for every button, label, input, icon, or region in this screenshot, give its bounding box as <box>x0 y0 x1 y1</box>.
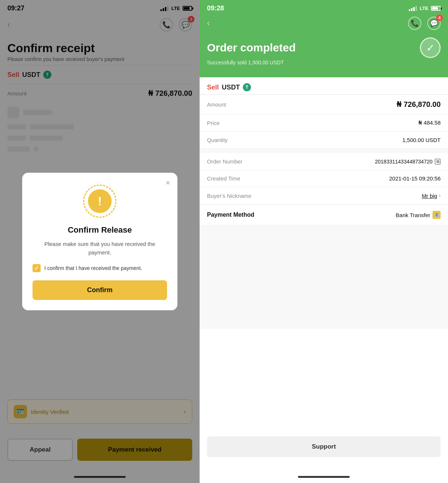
right-order-number-value: 20183311433448734720 <box>375 159 432 165</box>
right-amount-label: Amount <box>207 101 226 108</box>
right-chat-badge: 4 <box>436 14 443 21</box>
right-phone-icon-wrap[interactable]: 📞 <box>408 17 421 30</box>
left-screen: 09:27 LTE ‹ 📞 <box>0 0 200 483</box>
right-signal-bars-icon <box>409 6 417 11</box>
right-panel: 09:28 LTE ‹ 📞 <box>200 0 448 483</box>
right-order-number-label: Order Number <box>207 158 242 165</box>
modal-icon-outer: ! <box>83 185 116 218</box>
modal-description: Please make sure that you have received … <box>33 240 167 257</box>
confirm-release-modal: × ! Confirm Release Please make sure tha… <box>22 173 177 310</box>
right-quantity-value: 1,500.00 USDT <box>403 137 441 143</box>
modal-checkbox-row: ✓ I confirm that I have received the pay… <box>33 264 167 272</box>
copy-icon[interactable]: ⧉ <box>435 159 441 165</box>
order-completed-text: Order completed <box>207 41 296 54</box>
right-header: 09:28 LTE ‹ 📞 <box>200 0 448 77</box>
modal-overlay: × ! Confirm Release Please make sure tha… <box>0 0 200 483</box>
right-sell-label: Sell <box>207 84 219 91</box>
right-price-label: Price <box>207 120 220 126</box>
payment-method-label: Payment Method <box>207 212 254 218</box>
right-amount-value: ₦ 726,870.00 <box>397 100 441 109</box>
right-phone-icon: 📞 <box>408 17 421 30</box>
right-buyer-value[interactable]: Mr big <box>422 193 437 199</box>
right-back-icon[interactable]: ‹ <box>207 18 210 28</box>
bank-transfer-icon: 🏦 <box>432 211 441 219</box>
order-completed-title: Order completed <box>207 41 296 54</box>
right-nav-icons: 📞 💬 4 <box>408 17 441 30</box>
right-time: 09:28 <box>207 4 224 12</box>
order-completed-row: Order completed ✓ <box>200 33 448 60</box>
right-created-time-row: Created Time 2021-01-15 09:20:56 <box>200 170 448 187</box>
checkbox-label: I confirm that I have received the payme… <box>44 265 142 271</box>
payment-method-row: Payment Method Bank Transfer 🏦 <box>200 205 448 225</box>
right-order-number-row: Order Number 20183311433448734720 ⧉ <box>200 153 448 170</box>
right-battery-icon <box>431 6 441 11</box>
right-quantity-row: Quantity 1,500.00 USDT <box>200 132 448 149</box>
checkmark-icon: ✓ <box>426 42 435 54</box>
modal-close-button[interactable]: × <box>166 179 170 187</box>
right-tether-icon: T <box>243 83 251 91</box>
modal-icon-wrap: ! <box>83 185 116 218</box>
checkmark-icon: ✓ <box>34 265 39 271</box>
right-buyer-row: Buyer's Nickname Mr big › <box>200 187 448 205</box>
order-completed-sub: Successfully sold 1,500.00 USDT <box>200 60 448 67</box>
confirm-button[interactable]: Confirm <box>33 280 167 300</box>
right-chat-icon-wrap[interactable]: 💬 4 <box>427 17 441 30</box>
payment-method-value-wrap: Bank Transfer 🏦 <box>396 211 441 219</box>
right-status-icons: LTE <box>409 6 441 11</box>
right-price-row: Price ₦ 484.58 <box>200 114 448 132</box>
right-lte-label: LTE <box>420 6 428 11</box>
left-panel: 09:27 LTE ‹ 📞 <box>0 0 200 483</box>
check-circle-icon: ✓ <box>420 37 441 58</box>
payment-method-text: Bank Transfer <box>396 212 430 218</box>
support-button[interactable]: Support <box>207 436 441 457</box>
right-currency-label: USDT <box>222 84 240 91</box>
checkbox[interactable]: ✓ <box>33 264 41 272</box>
modal-icon-inner: ! <box>88 189 112 213</box>
content-spacer <box>200 225 448 329</box>
right-sell-section: Sell USDT T <box>200 77 448 94</box>
right-amount-row: Amount ₦ 726,870.00 <box>200 95 448 114</box>
right-home-indicator <box>298 476 350 478</box>
order-number-value-wrap: 20183311433448734720 ⧉ <box>375 159 441 165</box>
buyer-chevron-icon: › <box>439 192 441 199</box>
right-price-value: ₦ 484.58 <box>418 119 441 126</box>
right-status-bar: 09:28 LTE <box>200 0 448 15</box>
right-body: Sell USDT T Amount ₦ 726,870.00 Price ₦ … <box>200 77 448 329</box>
section-gap-1 <box>200 149 448 153</box>
right-created-time-value: 2021-01-15 09:20:56 <box>389 175 441 182</box>
right-quantity-label: Quantity <box>207 137 228 143</box>
modal-title: Confirm Release <box>33 225 167 235</box>
right-nav: ‹ 📞 💬 4 <box>200 15 448 33</box>
right-created-time-label: Created Time <box>207 175 240 182</box>
right-buyer-label: Buyer's Nickname <box>207 193 251 199</box>
buyer-value-wrap: Mr big › <box>422 192 441 199</box>
support-btn-area: Support <box>200 436 448 457</box>
exclamation-icon: ! <box>98 195 102 207</box>
